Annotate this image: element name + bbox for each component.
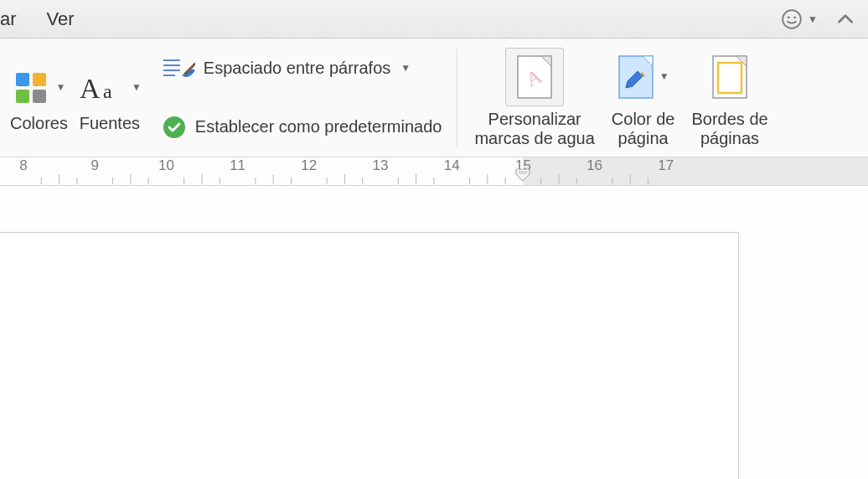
svg-point-0 <box>783 10 801 28</box>
fonts-icon: A a <box>78 70 125 106</box>
set-default-button[interactable]: Establecer como predeterminado <box>157 98 447 157</box>
paragraph-spacing-icon <box>162 55 195 80</box>
page-color-label-line1: Color de <box>612 110 675 129</box>
colors-label: Colores <box>10 113 68 133</box>
page-borders-icon <box>711 54 748 100</box>
paragraph-spacing-button[interactable]: Espaciado entre párrafos ▼ <box>157 39 447 98</box>
chevron-down-icon: ▼ <box>56 81 66 93</box>
chevron-down-icon: ▼ <box>808 13 818 25</box>
document-page[interactable] <box>0 232 739 479</box>
svg-rect-5 <box>16 90 29 103</box>
ruler-label: 11 <box>230 157 245 174</box>
ruler-label: 10 <box>158 157 174 174</box>
chevron-up-icon <box>834 8 856 30</box>
svg-point-1 <box>788 16 790 18</box>
collapse-ribbon-button[interactable] <box>834 8 856 30</box>
page-color-label-line2: página <box>618 129 669 148</box>
fonts-label: Fuentes <box>80 113 140 133</box>
watermark-label-line2: marcas de agua <box>474 129 594 148</box>
ruler-label: 14 <box>444 157 460 174</box>
svg-rect-3 <box>16 73 29 86</box>
page-color-button[interactable]: ▼ Color de página <box>605 48 682 148</box>
watermark-button[interactable]: A Personalizar marcas de agua <box>468 48 601 148</box>
menu-item-prev-partial[interactable]: ar <box>0 8 17 30</box>
ruler-label: 9 <box>90 157 98 174</box>
svg-rect-4 <box>33 73 46 86</box>
watermark-label-line1: Personalizar <box>488 110 581 129</box>
menubar: ar Ver ▼ <box>0 0 868 39</box>
page-borders-label-line2: páginas <box>700 129 759 148</box>
svg-rect-6 <box>33 90 46 103</box>
ruler-label: 16 <box>586 157 602 174</box>
emoji-button[interactable]: ▼ <box>781 8 818 30</box>
chevron-down-icon: ▼ <box>400 62 411 74</box>
page-color-icon <box>617 54 654 100</box>
ribbon-separator <box>457 49 457 147</box>
smiley-icon <box>781 8 803 30</box>
svg-marker-52 <box>516 169 530 181</box>
colors-button[interactable]: ▼ Colores <box>5 63 73 133</box>
svg-text:A: A <box>80 73 101 104</box>
set-default-label: Establecer como predeterminado <box>195 117 442 136</box>
ruler-ticks <box>0 157 868 186</box>
ruler-label: 13 <box>373 157 389 174</box>
ruler-label: 12 <box>301 157 317 174</box>
watermark-icon: A <box>516 54 553 100</box>
ruler-label: 17 <box>658 157 674 174</box>
colors-icon <box>13 70 49 106</box>
check-circle-icon <box>162 115 187 140</box>
chevron-down-icon: ▼ <box>132 81 142 93</box>
svg-text:a: a <box>103 80 112 102</box>
page-borders-label-line1: Bordes de <box>691 110 767 129</box>
svg-point-2 <box>793 16 796 18</box>
ribbon: ▼ Colores A a ▼ Fuentes <box>0 39 868 157</box>
fonts-button[interactable]: A a ▼ Fuentes <box>73 63 147 133</box>
document-canvas[interactable] <box>0 186 868 479</box>
chevron-down-icon: ▼ <box>659 71 669 83</box>
ruler-label: 8 <box>19 157 27 174</box>
horizontal-ruler[interactable]: 891011121314151617 <box>0 157 868 186</box>
menu-item-ver[interactable]: Ver <box>47 8 75 30</box>
right-indent-marker[interactable] <box>514 169 532 184</box>
paragraph-spacing-label: Espaciado entre párrafos <box>204 59 390 78</box>
page-borders-button[interactable]: Bordes de páginas <box>685 48 774 148</box>
